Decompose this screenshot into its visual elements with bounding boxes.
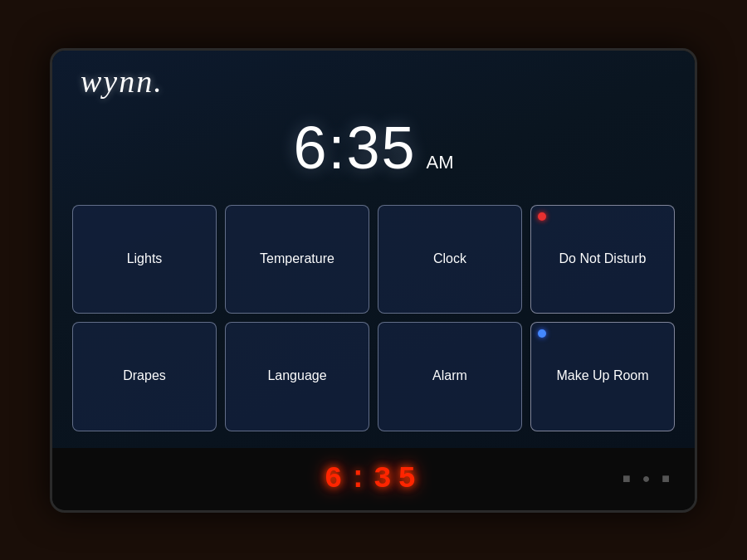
temperature-label: Temperature: [260, 251, 334, 268]
temperature-button[interactable]: Temperature: [225, 205, 369, 314]
red-indicator-dot: [538, 212, 546, 221]
make-up-room-button[interactable]: Make Up Room: [530, 322, 675, 431]
settings-icon: ●: [642, 471, 651, 486]
clock-ampm: AM: [427, 152, 454, 173]
clock-display: 6:35 AM: [293, 114, 453, 182]
do-not-disturb-button[interactable]: Do Not Disturb: [530, 205, 675, 314]
alarm-button[interactable]: Alarm: [378, 322, 522, 431]
logo-area: wynn.: [72, 66, 675, 97]
clock-label: Clock: [433, 251, 466, 268]
do-not-disturb-label: Do Not Disturb: [559, 251, 647, 268]
wynn-logo: wynn.: [72, 66, 164, 97]
lights-label: Lights: [127, 251, 163, 268]
lights-button[interactable]: Lights: [72, 205, 217, 314]
blue-indicator-dot: [538, 329, 546, 338]
bottom-icons-area: ■ ● ■: [622, 471, 670, 486]
bottom-panel: 6:35 ■ ● ■: [52, 448, 695, 510]
drapes-label: Drapes: [123, 368, 166, 385]
buttons-grid: Lights Temperature Clock Do Not Disturb …: [72, 205, 675, 431]
device-frame: wynn. 6:35 AM Lights Temperature Clock D…: [50, 48, 697, 513]
alarm-label: Alarm: [432, 368, 467, 385]
language-button[interactable]: Language: [225, 322, 369, 431]
touchscreen: wynn. 6:35 AM Lights Temperature Clock D…: [52, 51, 695, 448]
led-clock-display: 6:35: [325, 462, 422, 496]
make-up-room-label: Make Up Room: [556, 368, 648, 385]
language-label: Language: [267, 368, 326, 385]
menu-icon: ■: [662, 471, 670, 486]
drapes-button[interactable]: Drapes: [72, 322, 217, 431]
clock-time: 6:35: [293, 114, 416, 182]
clock-button[interactable]: Clock: [378, 205, 522, 314]
wifi-icon: ■: [622, 471, 631, 486]
